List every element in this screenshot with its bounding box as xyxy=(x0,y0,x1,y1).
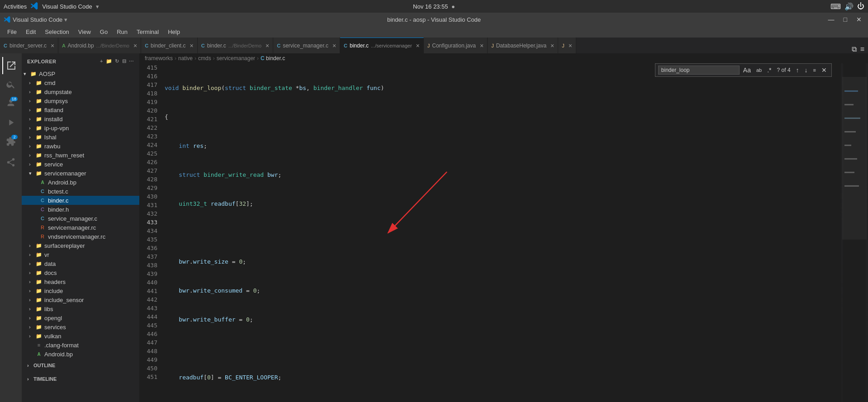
tab-close[interactable]: × xyxy=(416,42,420,49)
menu-view[interactable]: View xyxy=(75,28,95,36)
more-tabs-icon[interactable]: ≡ xyxy=(860,45,864,53)
code-container[interactable]: 415 416 417 418 419 420 421 422 423 424 … xyxy=(139,63,841,402)
menu-file[interactable]: File xyxy=(4,28,20,36)
find-next[interactable]: ↓ xyxy=(803,66,810,74)
breadcrumb-current[interactable]: C binder.c xyxy=(261,55,285,61)
find-close[interactable]: ✕ xyxy=(820,66,829,74)
outline-header[interactable]: › OUTLINE xyxy=(22,360,139,370)
sidebar-item-include_sensor[interactable]: › 📁 include_sensor xyxy=(22,295,139,304)
tab-service_manager_c[interactable]: C service_manager.c × xyxy=(273,38,340,53)
tab-close[interactable]: × xyxy=(190,42,193,49)
tab-databasehelper_java[interactable]: J DatabaseHelper.java × xyxy=(488,38,558,53)
new-folder-icon[interactable]: 📁 xyxy=(106,58,113,64)
activity-search[interactable] xyxy=(2,76,19,93)
more-icon[interactable]: ··· xyxy=(129,58,134,64)
sidebar-item-clang-format[interactable]: ≡ .clang-format xyxy=(22,341,139,350)
sidebar-item-surfacereplayer[interactable]: › 📁 surfacereplayer xyxy=(22,241,139,250)
sidebar-item-servicemanager-rc[interactable]: R servicemanager.rc xyxy=(22,223,139,232)
sidebar-item-android-bp-root[interactable]: A Android.bp xyxy=(22,350,139,359)
sidebar-item-rawbu[interactable]: › 📁 rawbu xyxy=(22,142,139,151)
sidebar-item-android-bp[interactable]: A Android.bp xyxy=(22,178,139,187)
tab-binder_c_servicemanager[interactable]: C binder.c .../servicemanager × xyxy=(340,38,424,53)
sidebar-item-headers[interactable]: › 📁 headers xyxy=(22,277,139,286)
breadcrumb[interactable]: servicemanager xyxy=(217,55,255,61)
sidebar-item-rss_hwm_reset[interactable]: › 📁 rss_hwm_reset xyxy=(22,151,139,160)
new-file-icon[interactable]: + xyxy=(100,58,103,64)
collapse-icon[interactable]: ⊟ xyxy=(122,58,127,64)
activity-liveshare[interactable] xyxy=(2,154,19,171)
activity-run[interactable] xyxy=(2,114,19,131)
sidebar-item-flatland[interactable]: › 📁 flatland xyxy=(22,105,139,114)
menu-go[interactable]: Go xyxy=(96,28,111,36)
tab-android_bp_binderdemo[interactable]: A Android.bp .../BinderDemo × xyxy=(58,38,141,53)
sidebar-item-installd[interactable]: › 📁 installd xyxy=(22,114,139,123)
find-prev[interactable]: ↑ xyxy=(794,66,801,74)
activity-explorer[interactable] xyxy=(2,57,19,74)
sidebar-item-data[interactable]: › 📁 data xyxy=(22,259,139,268)
sidebar-item-bctest-c[interactable]: C bctest.c xyxy=(22,187,139,196)
split-editor-icon[interactable]: ⧉ xyxy=(852,45,857,53)
breadcrumb[interactable]: cmds xyxy=(198,55,211,61)
sidebar-item-dumpsys[interactable]: › 📁 dumpsys xyxy=(22,96,139,105)
sidebar-item-include[interactable]: › 📁 include xyxy=(22,286,139,295)
breadcrumb[interactable]: native xyxy=(178,55,193,61)
tab-close[interactable]: × xyxy=(332,42,336,49)
find-select-all[interactable]: ≡ xyxy=(811,67,818,73)
activities-button[interactable]: Activities xyxy=(4,3,27,10)
sidebar-item-binder-c[interactable]: C binder.c xyxy=(22,196,139,205)
sidebar-item-vndservicemanager-rc[interactable]: R vndservicemanager.rc xyxy=(22,232,139,241)
sidebar-item-ip-up-vpn[interactable]: › 📁 ip-up-vpn xyxy=(22,123,139,132)
sidebar-item-binder-h[interactable]: C binder.h xyxy=(22,205,139,214)
tab-close[interactable]: × xyxy=(266,42,269,49)
sidebar-item-docs[interactable]: › 📁 docs xyxy=(22,268,139,277)
tab-bar: C binder_server.c × A Android.bp .../Bin… xyxy=(0,38,868,53)
sidebar-item-dumpstate[interactable]: › 📁 dumpstate xyxy=(22,87,139,96)
sidebar-item-lshal[interactable]: › 📁 lshal xyxy=(22,132,139,142)
topbar-power-icon[interactable]: ⏻ xyxy=(857,2,864,10)
code-editor[interactable]: void binder_loop(struct binder_state *bs… xyxy=(161,63,841,402)
find-input[interactable] xyxy=(658,66,740,75)
tab-binder_client_c[interactable]: C binder_client.c × xyxy=(141,38,198,53)
menu-run[interactable]: Run xyxy=(113,28,131,36)
sidebar-item-service_manager-c[interactable]: C service_manager.c xyxy=(22,214,139,223)
vscode-taskbar-icon[interactable] xyxy=(30,2,38,11)
sidebar-item-services[interactable]: › 📁 services xyxy=(22,322,139,331)
breadcrumb[interactable]: frameworks xyxy=(145,55,173,61)
sidebar-item-servicemanager[interactable]: ▾ 📁 servicemanager xyxy=(22,169,139,178)
close-button[interactable]: ✕ xyxy=(854,15,864,24)
sidebar-item-vulkan[interactable]: › 📁 vulkan xyxy=(22,331,139,341)
menu-help[interactable]: Help xyxy=(164,28,184,36)
tree-root-aosp[interactable]: ▾ 📁 AOSP xyxy=(22,69,139,78)
topbar-volume-icon[interactable]: 🔊 xyxy=(844,2,854,11)
sidebar-item-vr[interactable]: › 📁 vr xyxy=(22,250,139,259)
restore-button[interactable]: □ xyxy=(841,15,850,24)
tab-close[interactable]: × xyxy=(480,42,484,49)
find-whole-word[interactable]: ab xyxy=(754,67,764,73)
tab-j[interactable]: J × xyxy=(558,38,576,53)
tab-configuration_java[interactable]: J Configuration.java × xyxy=(424,38,488,53)
menu-selection[interactable]: Selection xyxy=(41,28,72,36)
tab-binder_c_binderdemo[interactable]: C binder.c .../BinderDemo × xyxy=(198,38,274,53)
title-bar: Visual Studio Code ▾ binder.c - aosp - V… xyxy=(0,13,868,26)
find-regex[interactable]: .* xyxy=(765,66,773,74)
timeline-header[interactable]: › TIMELINE xyxy=(22,374,139,384)
topbar-input-icon[interactable]: ⌨ xyxy=(830,2,841,11)
activity-source-control[interactable]: 18 xyxy=(2,95,19,112)
sidebar-item-libs[interactable]: › 📁 libs xyxy=(22,304,139,313)
sidebar-item-opengl[interactable]: › 📁 opengl xyxy=(22,313,139,322)
refresh-icon[interactable]: ↻ xyxy=(115,58,119,64)
tab-binder_server_c[interactable]: C binder_server.c × xyxy=(0,38,58,53)
sidebar-item-cmd[interactable]: › 📁 cmd xyxy=(22,78,139,87)
menu-edit[interactable]: Edit xyxy=(22,28,39,36)
tab-close[interactable]: × xyxy=(133,42,137,49)
tab-close[interactable]: × xyxy=(569,42,572,49)
sidebar-item-service[interactable]: › 📁 service xyxy=(22,160,139,169)
minimize-button[interactable]: — xyxy=(825,15,837,24)
window-title: binder.c - aosp - Visual Studio Code xyxy=(387,16,481,23)
find-match-case[interactable]: Aa xyxy=(741,66,753,74)
tab-close[interactable]: × xyxy=(550,42,554,49)
tab-close[interactable]: × xyxy=(51,42,54,49)
activity-extensions[interactable]: 2 xyxy=(2,133,19,150)
code-line-417: int res; xyxy=(161,142,841,150)
menu-terminal[interactable]: Terminal xyxy=(133,28,162,36)
